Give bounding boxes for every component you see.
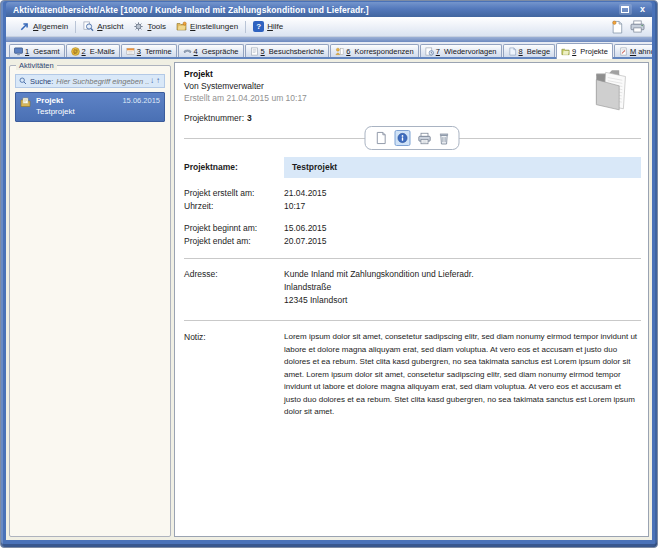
field-value: 20.07.2015	[284, 235, 641, 248]
delete-button[interactable]	[438, 132, 449, 145]
tab-wiedervorlagen[interactable]: 7 Wiedervorlagen	[420, 44, 502, 57]
search-bar: Suche: ↓ ↑	[15, 74, 165, 88]
dunning-document-icon	[619, 47, 628, 56]
tab-gesamt[interactable]: 1 Gesamt	[9, 44, 65, 57]
menu-separator	[75, 21, 76, 33]
quick-actions	[611, 20, 645, 34]
tab-belege[interactable]: 8 Belege	[503, 44, 556, 57]
gear-icon	[133, 21, 144, 32]
menu-separator	[245, 21, 246, 33]
menu-ansicht[interactable]: Ansicht	[78, 19, 128, 34]
svg-text:@: @	[72, 48, 77, 54]
tab-termine[interactable]: 3 Termine	[121, 44, 177, 57]
field-row-notiz: Notiz: Lorem ipsum dolor sit amet, conse…	[175, 331, 648, 419]
magnifier-icon	[83, 21, 94, 32]
menu-einstellungen[interactable]: Einstellungen	[171, 19, 243, 34]
close-button[interactable]: x	[637, 4, 648, 15]
field-label: Notiz:	[184, 331, 284, 419]
receipt-icon	[508, 47, 517, 56]
overview-icon	[14, 47, 23, 56]
menu-label: Allgemein	[33, 22, 68, 31]
project-number-row: Projektnummer:3	[175, 103, 648, 123]
activity-list-item[interactable]: Projekt 15.06.2015 Testprojekt	[15, 92, 165, 122]
app-window: Aktivitätenübersicht/Akte [10000 / Kunde…	[0, 0, 658, 548]
blank-document-icon	[374, 131, 387, 145]
printer-icon	[417, 132, 431, 145]
field-row-beginn: Projekt beginnt am: 15.06.2015	[175, 222, 648, 235]
field-row-adresse: Adresse: Kunde Inland mit Zahlungskondit…	[175, 268, 648, 307]
report-icon	[250, 47, 259, 56]
menubar: Allgemein Ansicht Tools Einstellungen ? …	[6, 17, 652, 37]
field-label: Projektname:	[184, 161, 284, 174]
list-item-subtitle: Testprojekt	[36, 107, 160, 116]
field-row-erstellt: Projekt erstellt am: 21.04.2015	[175, 187, 648, 200]
menu-tools[interactable]: Tools	[128, 19, 171, 34]
new-document-button[interactable]	[611, 20, 623, 34]
menu-allgemein[interactable]: Allgemein	[14, 19, 73, 34]
window-controls: x	[619, 4, 648, 15]
project-folder-icon	[561, 47, 570, 56]
list-item-date: 15.06.2015	[122, 96, 160, 105]
tab-gespraeche[interactable]: 4 Gespräche	[178, 44, 244, 57]
field-value: 10:17	[284, 200, 641, 213]
tab-mahndokumente[interactable]: Mahndokumente	[614, 44, 652, 57]
folder-icon	[589, 66, 639, 112]
titlebar: Aktivitätenübersicht/Akte [10000 / Kunde…	[6, 2, 652, 17]
detail-title: Projekt	[184, 69, 640, 79]
menu-label: Tools	[147, 22, 166, 31]
print-button[interactable]	[630, 20, 645, 33]
field-label: Projekt endet am:	[184, 235, 284, 248]
detail-author: Von Systemverwalter	[184, 81, 640, 91]
project-number-label: Projektnummer:	[184, 113, 244, 123]
address-line: Inlandstraße	[284, 281, 641, 294]
calendar-icon	[126, 47, 135, 56]
search-prev-button[interactable]: ↑	[155, 76, 161, 86]
email-icon: @	[71, 47, 80, 56]
restore-icon	[621, 6, 629, 13]
menu-label: Einstellungen	[190, 22, 238, 31]
search-icon	[19, 77, 27, 85]
folder-settings-icon	[176, 21, 187, 32]
record-toolbar	[364, 126, 459, 150]
field-value: 15.06.2015	[284, 222, 641, 235]
clock-document-icon	[425, 47, 434, 56]
activities-panel: Aktivitäten Suche: ↓ ↑ Projekt 15.06.201…	[9, 65, 171, 537]
window-body: Allgemein Ansicht Tools Einstellungen ? …	[6, 17, 652, 540]
field-row-projektname: Projektname: Testprojekt	[175, 157, 648, 178]
print-record-button[interactable]	[417, 132, 431, 145]
field-value-highlighted: Testprojekt	[284, 157, 641, 178]
info-button[interactable]	[394, 130, 410, 146]
search-label: Suche:	[30, 77, 53, 86]
detail-panel: Projekt Von Systemverwalter Erstellt am …	[174, 62, 649, 537]
address-lines: Kunde Inland mit Zahlungskondition und L…	[284, 268, 641, 307]
field-label: Projekt beginnt am:	[184, 222, 284, 235]
field-row-uhrzeit: Uhrzeit: 10:17	[175, 200, 648, 213]
detail-created-line: Erstellt am 21.04.2015 um 10:17	[184, 93, 640, 103]
trash-icon	[438, 132, 449, 145]
content-area: Aktivitäten Suche: ↓ ↑ Projekt 15.06.201…	[6, 59, 652, 540]
field-label: Projekt erstellt am:	[184, 187, 284, 200]
detail-header: Projekt Von Systemverwalter Erstellt am …	[175, 63, 648, 103]
menu-label: Hilfe	[267, 22, 283, 31]
restore-button[interactable]	[619, 4, 632, 15]
address-line: Kunde Inland mit Zahlungskondition und L…	[284, 268, 641, 281]
correspondence-icon	[335, 47, 344, 56]
field-value: 21.04.2015	[284, 187, 641, 200]
tab-emails[interactable]: @ 2 E-Mails	[66, 44, 120, 57]
tab-korrespondenzen[interactable]: 6 Korrespondenzen	[330, 44, 418, 57]
note-text: Lorem ipsum dolor sit amet, consetetur s…	[284, 331, 641, 419]
divider	[184, 320, 641, 321]
search-input[interactable]	[56, 77, 149, 86]
address-line: 12345 Inlandsort	[284, 294, 641, 307]
divider	[184, 258, 641, 259]
menu-hilfe[interactable]: ? Hilfe	[248, 19, 288, 34]
tab-projekte[interactable]: 9 Projekte	[556, 43, 613, 59]
new-record-button[interactable]	[374, 131, 387, 145]
arrow-up-right-icon	[19, 21, 30, 32]
field-label: Uhrzeit:	[184, 200, 284, 213]
field-label: Adresse:	[184, 268, 284, 307]
menu-label: Ansicht	[97, 22, 123, 31]
tab-besuchsberichte[interactable]: 5 Besuchsberichte	[245, 44, 330, 57]
phone-icon	[183, 47, 192, 56]
list-item-title: Projekt	[36, 96, 63, 105]
